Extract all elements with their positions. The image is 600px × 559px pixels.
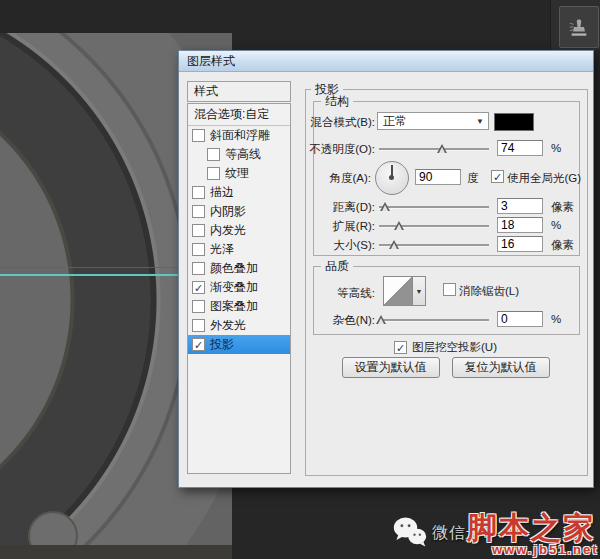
checkbox[interactable]	[207, 167, 220, 180]
global-light-label: 使用全局光(G)	[507, 171, 581, 186]
style-item-outer-glow[interactable]: 外发光	[188, 316, 290, 335]
style-item-inner-glow[interactable]: 内发光	[188, 221, 290, 240]
contour-thumbnail[interactable]	[383, 276, 413, 306]
style-item-label: 图案叠加	[210, 298, 258, 315]
stamp-icon	[568, 16, 590, 38]
noise-unit: %	[551, 313, 561, 325]
contour-dropdown-button[interactable]: ▼	[413, 276, 426, 306]
dialog-title: 图层样式	[187, 53, 235, 70]
defaults-button-row: 设置为默认值 复位为默认值	[305, 357, 586, 378]
angle-unit: 度	[467, 171, 479, 186]
opacity-slider-thumb[interactable]	[437, 144, 447, 153]
angle-label: 角度(A):	[309, 171, 371, 186]
blend-mode-select[interactable]: 正常 ▼	[377, 112, 489, 130]
style-item-label: 渐变叠加	[210, 279, 258, 296]
spread-field[interactable]	[497, 217, 543, 233]
style-item-color-overlay[interactable]: 颜色叠加	[188, 259, 290, 278]
size-unit: 像素	[551, 238, 574, 253]
checkbox[interactable]: ✓	[192, 338, 205, 351]
spread-slider[interactable]	[379, 225, 489, 228]
noise-label: 杂色(N):	[309, 313, 375, 328]
style-item-gradient-overlay[interactable]: ✓ 渐变叠加	[188, 278, 290, 297]
distance-slider-thumb[interactable]	[380, 202, 390, 211]
quality-group-label: 品质	[321, 260, 353, 272]
opacity-slider[interactable]	[379, 148, 489, 151]
layer-style-dialog: 图层样式 样式 混合选项:自定 斜面和浮雕 等高线 纹理	[178, 50, 594, 488]
noise-slider-thumb[interactable]	[376, 315, 386, 324]
chevron-down-icon: ▼	[476, 117, 488, 126]
shadow-color-swatch[interactable]	[494, 113, 534, 131]
opacity-label: 不透明度(O):	[299, 142, 375, 157]
noise-field[interactable]	[497, 311, 543, 327]
styles-header: 样式	[187, 81, 291, 102]
checkbox[interactable]	[192, 186, 205, 199]
opacity-field[interactable]	[497, 140, 543, 156]
style-item-label: 等高线	[225, 146, 261, 163]
checkbox[interactable]	[192, 319, 205, 332]
blending-options-label: 混合选项:自定	[194, 106, 269, 123]
checkbox[interactable]	[192, 224, 205, 237]
style-item-stroke[interactable]: 描边	[188, 183, 290, 202]
size-slider-thumb[interactable]	[389, 240, 399, 249]
knockout-label: 图层挖空投影(U)	[412, 340, 497, 355]
checkbox[interactable]	[207, 148, 220, 161]
checkbox[interactable]	[192, 129, 205, 142]
style-item-contour[interactable]: 等高线	[188, 145, 290, 164]
dialog-titlebar[interactable]: 图层样式	[179, 51, 593, 72]
size-field[interactable]	[497, 236, 543, 252]
style-item-label: 内发光	[210, 222, 246, 239]
structure-group-label: 结构	[321, 95, 353, 107]
knockout-row: ✓ 图层挖空投影(U)	[305, 340, 586, 355]
spread-unit: %	[551, 219, 561, 231]
style-item-texture[interactable]: 纹理	[188, 164, 290, 183]
anti-alias-label: 消除锯齿(L)	[459, 284, 519, 299]
contour-label: 等高线:	[319, 286, 375, 301]
checkbox[interactable]	[192, 205, 205, 218]
styles-header-label: 样式	[194, 83, 218, 100]
anti-alias-checkbox[interactable]	[443, 283, 456, 296]
opacity-unit: %	[551, 142, 561, 154]
style-item-label: 描边	[210, 184, 234, 201]
checkbox[interactable]	[192, 300, 205, 313]
knockout-checkbox[interactable]: ✓	[394, 341, 407, 354]
size-slider[interactable]	[379, 244, 489, 247]
style-item-inner-shadow[interactable]: 内阴影	[188, 202, 290, 221]
distance-unit: 像素	[551, 200, 574, 215]
global-light-checkbox[interactable]: ✓	[491, 170, 504, 183]
angle-hub	[389, 175, 394, 180]
distance-label: 距离(D):	[309, 200, 375, 215]
style-item-drop-shadow[interactable]: ✓ 投影	[188, 335, 290, 354]
style-item-label: 投影	[210, 336, 234, 353]
checkbox[interactable]	[192, 243, 205, 256]
style-item-label: 纹理	[225, 165, 249, 182]
panel-icon-button[interactable]	[559, 6, 599, 48]
noise-slider[interactable]	[379, 319, 489, 322]
style-item-satin[interactable]: 光泽	[188, 240, 290, 259]
style-item-label: 颜色叠加	[210, 260, 258, 277]
styles-list: 混合选项:自定 斜面和浮雕 等高线 纹理 描边 内阴影	[187, 103, 291, 474]
blend-mode-value: 正常	[383, 113, 407, 130]
panel-dock-rail	[550, 0, 600, 50]
angle-dial[interactable]	[375, 161, 409, 195]
angle-field[interactable]	[415, 169, 461, 185]
checkbox[interactable]: ✓	[192, 281, 205, 294]
distance-field[interactable]	[497, 198, 543, 214]
spread-slider-thumb[interactable]	[394, 221, 404, 230]
spread-label: 扩展(R):	[309, 219, 375, 234]
checkbox[interactable]	[192, 262, 205, 275]
blend-mode-label: 混合模式(B):	[299, 115, 375, 130]
style-item-label: 内阴影	[210, 203, 246, 220]
style-item-bevel-emboss[interactable]: 斜面和浮雕	[188, 126, 290, 145]
blending-options-item[interactable]: 混合选项:自定	[188, 104, 290, 126]
style-item-label: 斜面和浮雕	[210, 127, 270, 144]
style-item-label: 外发光	[210, 317, 246, 334]
reset-default-button[interactable]: 复位为默认值	[452, 357, 550, 378]
watermark: 微信号: 脚本之家 www.jb51.net	[392, 512, 600, 559]
chevron-down-icon: ▼	[416, 288, 423, 295]
site-url: www.jb51.net	[492, 542, 599, 557]
distance-slider[interactable]	[379, 206, 489, 209]
size-label: 大小(S):	[309, 238, 375, 253]
make-default-button[interactable]: 设置为默认值	[342, 357, 440, 378]
style-item-label: 光泽	[210, 241, 234, 258]
style-item-pattern-overlay[interactable]: 图案叠加	[188, 297, 290, 316]
